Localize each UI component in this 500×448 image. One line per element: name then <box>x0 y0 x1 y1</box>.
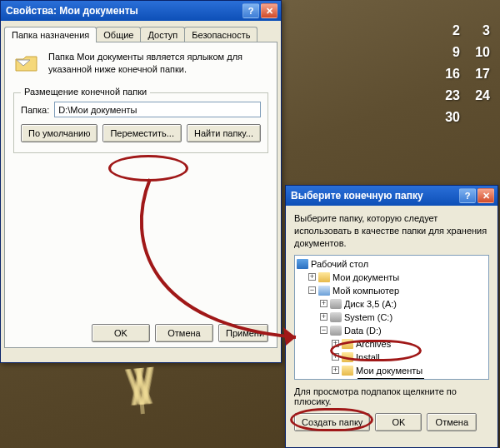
tree-node-desktop[interactable]: Рабочий стол <box>297 257 487 271</box>
folder-icon <box>318 272 330 282</box>
new-folder-name-input[interactable] <box>358 378 424 380</box>
tree-node-install[interactable]: +Install <box>297 351 487 364</box>
computer-icon <box>318 286 330 296</box>
folder-open-icon <box>343 379 355 380</box>
ok-button[interactable]: OK <box>375 413 422 431</box>
tree-node-data-d[interactable]: −Data (D:) <box>297 324 487 337</box>
help-button[interactable]: ? <box>459 188 476 203</box>
expand-icon[interactable]: + <box>308 273 316 281</box>
expand-icon[interactable]: + <box>332 340 339 347</box>
hint-text: Для просмотра подпапок щелкните по плюси… <box>294 386 489 406</box>
expand-icon[interactable]: + <box>332 353 339 361</box>
target-folder-group: Размещение конечной папки Папка: По умол… <box>13 92 268 153</box>
collapse-icon[interactable]: − <box>308 286 316 294</box>
folder-icon <box>342 366 353 376</box>
calendar-fragment: 23 910 1617 2324 30 <box>442 23 490 132</box>
tree-node-system-c[interactable]: +System (C:) <box>297 311 487 324</box>
folder-path-input[interactable] <box>54 102 261 117</box>
expand-icon[interactable]: + <box>320 300 328 307</box>
folder-icon <box>342 352 353 362</box>
tree-node-mycomputer[interactable]: −Мой компьютер <box>297 284 487 297</box>
tab-sharing[interactable]: Доступ <box>140 27 185 42</box>
folder-label: Папка: <box>21 105 49 115</box>
expand-icon[interactable]: + <box>332 366 339 374</box>
group-label: Размещение конечной папки <box>21 87 150 97</box>
browse-folder-dialog: Выберите конечную папку ? ✕ Выберите пап… <box>285 185 498 448</box>
move-button[interactable]: Переместить... <box>102 124 182 142</box>
floppy-icon <box>330 299 342 309</box>
tree-node-archives[interactable]: +Archives <box>297 337 487 351</box>
tree-node-floppy[interactable]: +Диск 3,5 (A:) <box>297 297 487 311</box>
tree-node-mydocs2[interactable]: +Мои документы <box>297 364 487 377</box>
tab-general[interactable]: Общие <box>96 27 141 42</box>
cancel-button[interactable]: Отмена <box>155 324 213 342</box>
ok-button[interactable]: OK <box>92 324 150 342</box>
desktop-grass-decoration: ////\\\|///\\\ <box>139 358 144 416</box>
instruction-text: Выберите папку, которую следует использо… <box>294 212 489 250</box>
close-button[interactable]: ✕ <box>261 3 278 18</box>
folder-icon <box>342 339 353 349</box>
dialog-title: Выберите конечную папку <box>291 190 458 202</box>
tab-security[interactable]: Безопасность <box>184 27 258 42</box>
tab-target-folder[interactable]: Папка назначения <box>4 27 97 42</box>
folder-shortcut-icon <box>13 51 40 77</box>
titlebar[interactable]: Выберите конечную папку ? ✕ <box>286 186 498 206</box>
folder-tree[interactable]: Рабочий стол +Мои документы −Мой компьют… <box>294 255 489 380</box>
collapse-icon[interactable]: − <box>320 326 328 334</box>
apply-button[interactable]: Примени <box>218 324 268 342</box>
desktop-icon <box>297 259 308 269</box>
cancel-button[interactable]: Отмена <box>427 413 477 431</box>
dialog-title: Свойства: Мои документы <box>6 5 241 17</box>
titlebar[interactable]: Свойства: Мои документы ? ✕ <box>1 1 281 21</box>
drive-icon <box>330 326 342 336</box>
help-button[interactable]: ? <box>242 3 259 18</box>
tree-node-mydocs[interactable]: +Мои документы <box>297 271 487 284</box>
drive-icon <box>330 312 342 322</box>
expand-icon[interactable]: + <box>320 313 328 321</box>
tabs: Папка назначения Общие Доступ Безопаснос… <box>4 27 278 42</box>
default-button[interactable]: По умолчанию <box>21 124 98 142</box>
tab-pane: Папка Мои документы является ярлыком для… <box>4 42 278 348</box>
description-text: Папка Мои документы является ярлыком для… <box>48 51 268 77</box>
tree-node-new-folder[interactable] <box>297 377 487 380</box>
close-button[interactable]: ✕ <box>478 188 494 203</box>
create-folder-button[interactable]: Создать папку <box>294 413 370 431</box>
properties-dialog: Свойства: Мои документы ? ✕ Папка назнач… <box>0 0 282 363</box>
find-folder-button[interactable]: Найти папку... <box>187 124 261 142</box>
